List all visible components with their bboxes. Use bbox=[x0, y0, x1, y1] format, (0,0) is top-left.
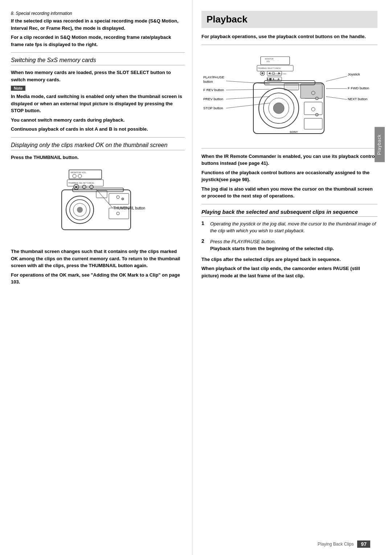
page-footer: Playing Back Clips 97 bbox=[318, 540, 370, 548]
playing-back-title: Playing back the selected and subsequent… bbox=[201, 209, 377, 217]
svg-rect-76 bbox=[284, 83, 299, 90]
ir-p2: Functions of the playback control button… bbox=[201, 169, 377, 183]
svg-text:PREV button: PREV button bbox=[203, 97, 223, 101]
step-2: 2 Press the PLAY/PAUSE button. Playback … bbox=[201, 238, 377, 252]
switching-p1: When two memory cards are loaded, press … bbox=[11, 69, 185, 83]
note-p2: You cannot switch memory cards during pl… bbox=[11, 117, 185, 124]
switching-title: Switching the SxS memory cards bbox=[11, 57, 185, 65]
svg-text:-: - bbox=[278, 60, 279, 61]
final-p2: When playback of the last clip ends, the… bbox=[201, 265, 377, 279]
svg-text:THUMBNAIL  SEL SET  CANCEL: THUMBNAIL SEL SET CANCEL bbox=[68, 182, 94, 184]
svg-point-2 bbox=[73, 174, 76, 178]
svg-rect-15 bbox=[109, 193, 129, 204]
svg-text:F FWD button: F FWD button bbox=[348, 86, 369, 90]
step-1: 1 Operating the joystick or the jog dial… bbox=[201, 220, 377, 234]
note-p1: In Media mode, card switching is enabled… bbox=[11, 93, 185, 114]
svg-point-47 bbox=[261, 72, 264, 74]
special-recording-p1: If the selected clip was recorded in a s… bbox=[11, 17, 185, 32]
svg-text:SONY: SONY bbox=[290, 130, 298, 134]
svg-point-72 bbox=[315, 97, 318, 100]
svg-rect-69 bbox=[301, 84, 322, 98]
svg-point-14 bbox=[77, 207, 83, 213]
svg-point-73 bbox=[311, 107, 315, 111]
svg-rect-58 bbox=[269, 78, 271, 80]
svg-point-3 bbox=[78, 174, 82, 178]
step-1-text: Operating the joystick or the jog dial, … bbox=[210, 221, 376, 234]
steps-list: 1 Operating the joystick or the jog dial… bbox=[201, 220, 377, 252]
ir-p3: The jog dial is also valid when you move… bbox=[201, 185, 377, 200]
svg-text:F REV button: F REV button bbox=[203, 88, 224, 92]
svg-text:MONITOR: MONITOR bbox=[265, 58, 274, 60]
page-number: 97 bbox=[357, 540, 370, 548]
divider-right-3 bbox=[201, 204, 377, 204]
ir-p1: When the IR Remote Commander is enabled,… bbox=[201, 153, 377, 167]
svg-line-38 bbox=[326, 97, 347, 99]
svg-point-7 bbox=[75, 186, 77, 188]
note-p3: Continuous playback of cards in slot A a… bbox=[11, 126, 185, 133]
step-2-number: 2 bbox=[201, 238, 207, 252]
displaying-title: Displaying only the clips marked OK on t… bbox=[11, 142, 185, 150]
svg-text:STOP button: STOP button bbox=[203, 106, 223, 110]
svg-point-21 bbox=[117, 212, 119, 215]
svg-rect-67 bbox=[304, 102, 322, 115]
divider-2 bbox=[11, 137, 185, 138]
svg-text:F REV PLAY/PAUSE F FWD: F REV PLAY/PAUSE F FWD bbox=[268, 73, 286, 75]
svg-rect-68 bbox=[304, 118, 322, 129]
step-2-italic: Press the PLAY/PAUSE button. bbox=[210, 239, 276, 244]
svg-text:THUMBNAIL button: THUMBNAIL button bbox=[113, 206, 145, 210]
thumb-p1: The thumbnail screen changes such that i… bbox=[11, 248, 185, 269]
divider-1 bbox=[11, 52, 185, 53]
svg-text:Joystick: Joystick bbox=[348, 72, 360, 76]
divider-right-1 bbox=[201, 45, 377, 45]
main-heading: Playback bbox=[201, 11, 377, 28]
thumb-svg: MONITOR VOL THUMBNAIL SEL SET CANCEL bbox=[40, 164, 156, 244]
final-p1: The clips after the selected clips are p… bbox=[201, 256, 377, 263]
note-label: Note bbox=[11, 86, 25, 91]
left-column: 8. Special recording information If the … bbox=[0, 0, 192, 555]
special-recording-p2: For a clip recorded in S&Q Motion mode, … bbox=[11, 34, 185, 48]
svg-text:+: + bbox=[273, 60, 274, 61]
svg-line-34 bbox=[326, 76, 347, 81]
svg-point-65 bbox=[273, 103, 284, 114]
svg-point-19 bbox=[117, 196, 119, 199]
svg-text:VOL: VOL bbox=[266, 60, 270, 62]
right-column: Playback For playback operations, use th… bbox=[192, 0, 385, 555]
side-tab: Playback bbox=[375, 127, 385, 162]
special-recording-label: 8. Special recording information bbox=[11, 11, 185, 16]
footer-text: Playing Back Clips bbox=[318, 542, 354, 547]
svg-text:PLAY/PAUSE: PLAY/PAUSE bbox=[203, 75, 224, 79]
svg-text:THUMBNAIL SELECT  CANCEL: THUMBNAIL SELECT CANCEL bbox=[258, 68, 281, 69]
thumbnail-diagram: MONITOR VOL THUMBNAIL SEL SET CANCEL bbox=[11, 164, 185, 244]
divider-right-2 bbox=[201, 148, 377, 148]
press-thumb: Press the THUMBNAIL button. bbox=[11, 154, 185, 161]
camera-diagram-area: PLAY/PAUSE button F REV button PREV butt… bbox=[201, 49, 377, 144]
svg-line-22 bbox=[96, 189, 113, 208]
svg-text:NEXT button: NEXT button bbox=[348, 97, 367, 101]
svg-line-28 bbox=[226, 89, 270, 90]
svg-text:button: button bbox=[203, 79, 213, 83]
svg-point-74 bbox=[315, 113, 318, 116]
step-1-content: Operating the joystick or the jog dial, … bbox=[210, 220, 377, 234]
svg-line-30 bbox=[226, 97, 270, 99]
step-2-content: Press the PLAY/PAUSE button. Playback st… bbox=[210, 238, 377, 252]
step-1-number: 1 bbox=[201, 220, 207, 234]
svg-line-32 bbox=[226, 103, 270, 108]
svg-point-20 bbox=[122, 198, 124, 200]
thumb-p2: For operations of the OK mark, see "Addi… bbox=[11, 272, 185, 286]
step-2-bold: Playback starts from the beginning of th… bbox=[210, 246, 334, 251]
svg-text:MONITOR VOL: MONITOR VOL bbox=[71, 171, 86, 174]
subtitle: For playback operations, use the playbac… bbox=[201, 33, 377, 40]
